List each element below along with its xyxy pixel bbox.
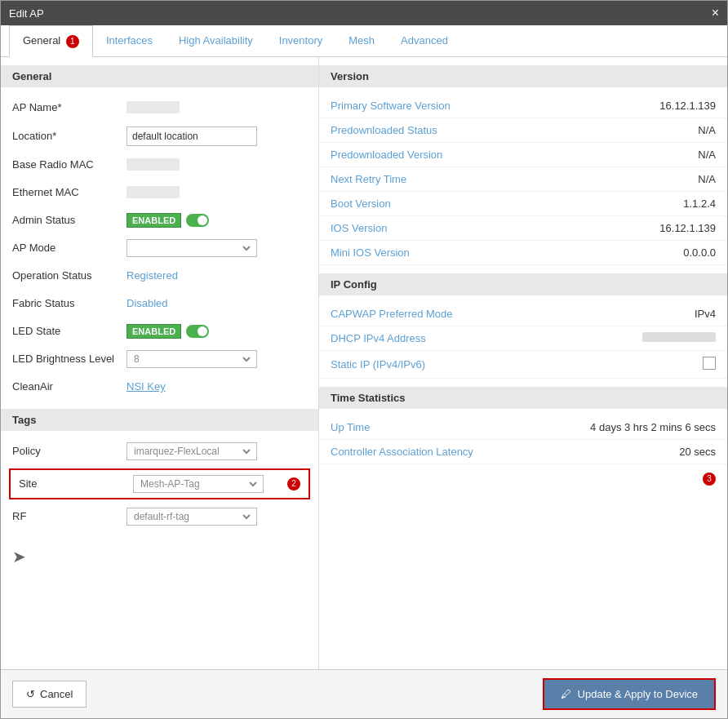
ap-name-label: AP Name* (12, 101, 127, 113)
operation-status-label: Operation Status (12, 269, 127, 282)
cancel-button[interactable]: ↺ Cancel (12, 681, 87, 708)
tags-section: Tags Policy imarquez-FlexLocal Site (1, 409, 318, 530)
site-value: Mesh-AP-Tag (133, 475, 281, 493)
led-brightness-value: 8 (127, 350, 307, 368)
tab-advanced[interactable]: Advanced (388, 26, 461, 55)
general-tab-badge: 1 (66, 35, 79, 48)
cleanair-label: CleanAir (12, 380, 127, 393)
ethernet-mac-row: Ethernet MAC (1, 179, 318, 206)
static-ip-checkbox[interactable] (703, 357, 716, 370)
admin-status-row: Admin Status ENABLED (1, 206, 318, 234)
admin-status-text: ENABLED (127, 213, 181, 228)
tab-mesh[interactable]: Mesh (335, 26, 388, 55)
version-row-1: Predownloaded Status N/A (319, 118, 727, 143)
time-stats-section: Time Statistics Up Time 4 days 3 hrs 2 m… (319, 387, 727, 464)
rf-row: RF default-rf-tag (1, 503, 318, 530)
version-section-header: Version (319, 65, 727, 87)
led-brightness-label: LED Brightness Level (12, 353, 127, 365)
version-row-6: Mini IOS Version 0.0.0.0 (319, 241, 727, 265)
update-icon: 🖊 (561, 688, 571, 700)
location-input[interactable] (127, 126, 257, 146)
right-panel: Version Primary Software Version 16.12.1… (319, 57, 727, 670)
site-select[interactable]: Mesh-AP-Tag (137, 477, 260, 490)
led-brightness-select[interactable]: 8 (131, 353, 253, 366)
undo-icon: ↺ (26, 688, 35, 700)
cleanair-value: NSI Key (127, 380, 307, 393)
led-brightness-select-wrapper: 8 (127, 350, 257, 368)
ap-name-row: AP Name* (1, 94, 318, 122)
policy-value: imarquez-FlexLocal (127, 442, 307, 460)
tab-interfaces[interactable]: Interfaces (93, 26, 166, 55)
led-state-row: LED State ENABLED (1, 317, 318, 345)
dialog-title-text: Edit AP (9, 7, 44, 20)
badge-3-area: 3 (319, 464, 727, 494)
uptime-row: Up Time 4 days 3 hrs 2 mins 6 secs (319, 415, 727, 440)
location-value (127, 126, 307, 146)
rf-value: default-rf-tag (127, 508, 307, 526)
dialog-title-bar: Edit AP × (1, 1, 727, 25)
site-label: Site (19, 477, 133, 490)
version-row-4: Boot Version 1.1.2.4 (319, 192, 727, 216)
update-apply-button[interactable]: 🖊 Update & Apply to Device (543, 678, 716, 710)
operation-status-row: Operation Status Registered (1, 262, 318, 290)
ap-mode-value (127, 239, 307, 257)
version-row-2: Predownloaded Version N/A (319, 143, 727, 167)
tab-bar: General 1 Interfaces High Availability I… (1, 25, 727, 57)
time-stats-header: Time Statistics (319, 387, 727, 409)
general-section-header: General (1, 65, 318, 87)
static-ip-row: Static IP (IPv4/IPv6) (319, 351, 727, 379)
left-panel: General AP Name* Location* Bas (1, 57, 319, 670)
led-state-badge: ENABLED (127, 324, 209, 339)
version-row-3: Next Retry Time N/A (319, 167, 727, 192)
tab-high-availability[interactable]: High Availability (166, 26, 266, 55)
ap-mode-select-wrapper (127, 239, 257, 257)
tab-inventory[interactable]: Inventory (266, 26, 335, 55)
fabric-status-row: Fabric Status Disabled (1, 290, 318, 317)
base-radio-mac-value (127, 158, 307, 171)
site-badge: 2 (287, 477, 300, 490)
update-label: Update & Apply to Device (578, 688, 698, 700)
admin-status-value: ENABLED (127, 213, 307, 228)
policy-select-wrapper: imarquez-FlexLocal (127, 442, 257, 460)
dhcp-address-blurred (642, 332, 716, 342)
led-brightness-row: LED Brightness Level 8 (1, 345, 318, 373)
capwap-row: CAPWAP Preferred Mode IPv4 (319, 302, 727, 326)
rf-select-wrapper: default-rf-tag (127, 508, 257, 526)
tags-section-header: Tags (1, 409, 318, 431)
ethernet-mac-blurred (127, 186, 180, 198)
ap-name-value (127, 101, 307, 113)
led-state-label: LED State (12, 325, 127, 337)
admin-status-badge: ENABLED (127, 213, 209, 228)
version-rows: Primary Software Version 16.12.1.139 Pre… (319, 94, 727, 265)
ap-name-blurred (127, 101, 180, 113)
rf-label: RF (12, 510, 127, 522)
base-radio-mac-blurred (127, 158, 180, 171)
close-icon[interactable]: × (712, 6, 719, 20)
base-radio-mac-row: Base Radio MAC (1, 151, 318, 179)
controller-latency-row: Controller Association Latency 20 secs (319, 440, 727, 464)
admin-status-toggle[interactable] (186, 214, 209, 227)
ap-mode-row: AP Mode (1, 234, 318, 262)
policy-row: Policy imarquez-FlexLocal (1, 437, 318, 465)
cancel-label: Cancel (40, 688, 73, 700)
tab-general[interactable]: General 1 (9, 25, 93, 57)
policy-select[interactable]: imarquez-FlexLocal (131, 445, 253, 458)
cleanair-row: CleanAir NSI Key (1, 373, 318, 401)
led-state-toggle[interactable] (186, 325, 209, 338)
operation-status-value: Registered (127, 269, 307, 282)
edit-ap-dialog: Edit AP × General 1 Interfaces High Avai… (0, 0, 728, 719)
ethernet-mac-label: Ethernet MAC (12, 186, 127, 198)
ap-mode-select[interactable] (131, 242, 253, 255)
fabric-status-value: Disabled (127, 297, 307, 309)
version-row-0: Primary Software Version 16.12.1.139 (319, 94, 727, 118)
cursor-area: ➤ (1, 530, 318, 583)
badge-3: 3 (703, 473, 716, 486)
ethernet-mac-value (127, 186, 307, 198)
ip-config-header: IP Config (319, 273, 727, 295)
version-row-5: IOS Version 16.12.1.139 (319, 216, 727, 241)
bottom-bar: ↺ Cancel 🖊 Update & Apply to Device (1, 669, 727, 718)
site-select-wrapper: Mesh-AP-Tag (133, 475, 264, 493)
nsi-key-link[interactable]: NSI Key (127, 380, 166, 393)
dhcp-row: DHCP IPv4 Address (319, 326, 727, 351)
rf-select[interactable]: default-rf-tag (131, 510, 253, 523)
